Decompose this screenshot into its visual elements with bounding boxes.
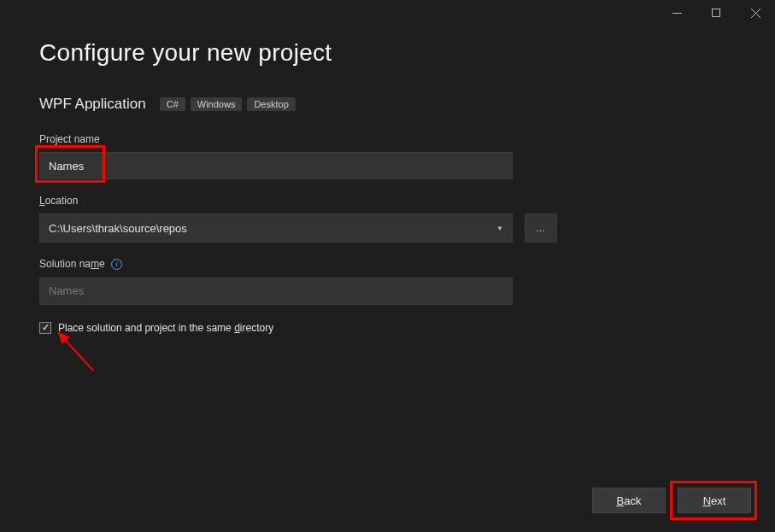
chevron-down-icon: ▼ — [496, 225, 503, 232]
back-button[interactable]: Back — [592, 488, 666, 513]
solution-name-group: Solution name i — [39, 258, 736, 305]
minimize-button[interactable] — [657, 0, 696, 26]
project-name-input[interactable] — [39, 152, 513, 179]
template-tags: C# Windows Desktop — [160, 97, 296, 111]
project-name-group: Project name — [39, 133, 736, 179]
annotation-arrow — [52, 330, 103, 381]
titlebar — [657, 0, 775, 26]
tag-csharp: C# — [160, 97, 185, 111]
same-directory-checkbox[interactable] — [39, 322, 51, 334]
page-title: Configure your new project — [39, 39, 736, 67]
content: Configure your new project WPF Applicati… — [0, 0, 775, 334]
svg-line-4 — [59, 333, 93, 371]
close-icon — [751, 9, 760, 18]
project-name-label: Project name — [39, 133, 736, 145]
maximize-button[interactable] — [696, 0, 736, 26]
minimize-icon — [672, 9, 682, 18]
template-info: WPF Application C# Windows Desktop — [39, 96, 736, 113]
location-label: Location — [39, 195, 736, 207]
template-name: WPF Application — [39, 96, 146, 113]
location-value: C:\Users\thrak\source\repos — [49, 222, 187, 235]
next-button[interactable]: Next — [678, 488, 751, 513]
svg-rect-1 — [713, 9, 720, 17]
footer: Back Next — [592, 488, 751, 513]
tag-desktop: Desktop — [247, 97, 295, 111]
solution-name-label: Solution name i — [39, 258, 736, 271]
close-button[interactable] — [736, 0, 775, 26]
solution-name-input — [39, 278, 513, 305]
tag-windows: Windows — [191, 97, 243, 111]
location-select[interactable]: C:\Users\thrak\source\repos ▼ — [39, 213, 513, 243]
info-icon[interactable]: i — [111, 259, 122, 270]
browse-button[interactable]: … — [525, 213, 557, 243]
same-directory-row: Place solution and project in the same d… — [39, 322, 736, 334]
maximize-icon — [712, 9, 720, 17]
same-directory-label: Place solution and project in the same d… — [58, 322, 273, 334]
location-group: Location C:\Users\thrak\source\repos ▼ … — [39, 195, 736, 243]
